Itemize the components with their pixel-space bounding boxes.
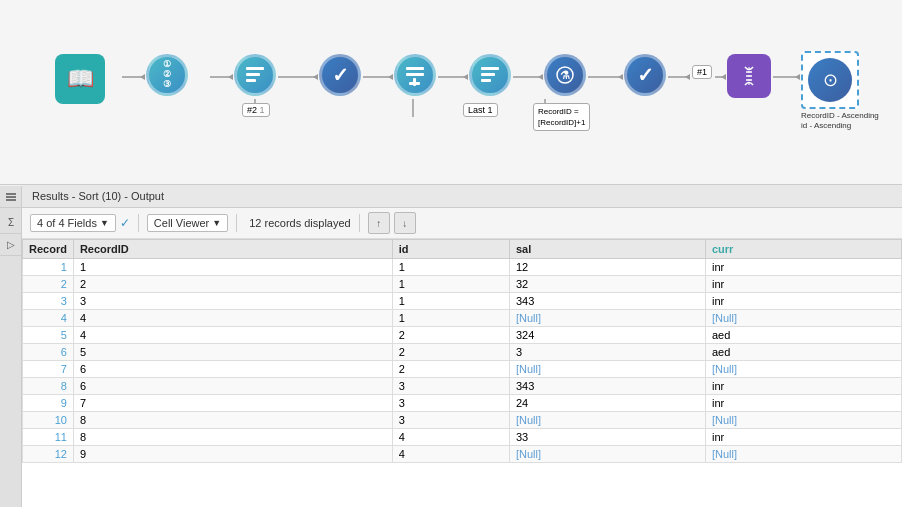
cell-curr: inr xyxy=(705,378,901,395)
cell-curr: aed xyxy=(705,344,901,361)
node-append[interactable] xyxy=(394,54,436,96)
cell-curr: inr xyxy=(705,395,901,412)
formula-badge: RecordID =[RecordID]+1 xyxy=(533,103,590,131)
badge-hash1: #1 xyxy=(692,65,712,79)
table-row: 22132inr xyxy=(23,276,902,293)
cell-curr: inr xyxy=(705,293,901,310)
toolbar-divider-1 xyxy=(138,214,139,232)
check1-icon: ✓ xyxy=(319,54,361,96)
cell-id: 1 xyxy=(392,259,509,276)
cell-recordid: 9 xyxy=(73,446,392,463)
cell-curr: inr xyxy=(705,429,901,446)
cell-curr: [Null] xyxy=(705,412,901,429)
svg-rect-30 xyxy=(481,67,499,70)
toolbar-divider-3 xyxy=(359,214,360,232)
sidebar-sigma-icon[interactable]: Σ xyxy=(0,212,22,234)
node-sort[interactable]: ⊙ RecordID - Ascendingid - Ascending xyxy=(801,51,879,132)
badge-last1: Last 1 xyxy=(463,103,498,117)
cell-sal: 24 xyxy=(509,395,705,412)
cell-id: 1 xyxy=(392,310,509,327)
cell-curr: aed xyxy=(705,327,901,344)
node-book[interactable]: 📖 xyxy=(55,54,105,104)
check2-icon: ✓ xyxy=(624,54,666,96)
table-row: 97324inr xyxy=(23,395,902,412)
cell-record: 6 xyxy=(23,344,74,361)
results-header: Results - Sort (10) - Output xyxy=(22,185,902,208)
node-check2[interactable]: ✓ xyxy=(624,54,666,96)
fields-dropdown-button[interactable]: 4 of 4 Fields ▼ xyxy=(30,214,116,232)
cell-id: 2 xyxy=(392,344,509,361)
fields-label: 4 of 4 Fields xyxy=(37,217,97,229)
node-select2[interactable] xyxy=(469,54,511,96)
workflow-canvas: 📖 ①②③ ✓ ⚗ ✓ #1 xyxy=(0,0,902,185)
data-table-wrap: Record RecordID id sal curr 11112inr2213… xyxy=(22,239,902,507)
node-formula[interactable]: ⚗ xyxy=(544,54,586,96)
cell-record: 1 xyxy=(23,259,74,276)
scroll-up-button[interactable]: ↑ xyxy=(368,212,390,234)
cell-curr: [Null] xyxy=(705,361,901,378)
cell-record: 11 xyxy=(23,429,74,446)
cell-id: 4 xyxy=(392,446,509,463)
sort-label: RecordID - Ascendingid - Ascending xyxy=(801,111,879,132)
cell-id: 2 xyxy=(392,327,509,344)
scroll-down-button[interactable]: ↓ xyxy=(394,212,416,234)
results-title: Results - Sort (10) - Output xyxy=(32,190,164,202)
numbers-icon: ①②③ xyxy=(146,54,188,96)
cell-sal: 343 xyxy=(509,378,705,395)
cell-recordid: 8 xyxy=(73,429,392,446)
svg-marker-22 xyxy=(795,74,800,80)
col-header-recordid: RecordID xyxy=(73,240,392,259)
cell-sal: [Null] xyxy=(509,446,705,463)
svg-marker-14 xyxy=(228,74,233,80)
book-node-icon: 📖 xyxy=(55,54,105,104)
svg-text:⚗: ⚗ xyxy=(560,69,570,81)
cell-recordid: 4 xyxy=(73,327,392,344)
table-row: 762[Null][Null] xyxy=(23,361,902,378)
svg-rect-25 xyxy=(246,79,256,82)
col-header-record: Record xyxy=(23,240,74,259)
node-numbers[interactable]: ①②③ xyxy=(146,54,188,96)
cell-id: 3 xyxy=(392,395,509,412)
cell-sal: 12 xyxy=(509,259,705,276)
cell-recordid: 3 xyxy=(73,293,392,310)
sidebar-arrow-icon[interactable]: ▷ xyxy=(0,234,22,256)
cell-recordid: 8 xyxy=(73,412,392,429)
cell-recordid: 2 xyxy=(73,276,392,293)
svg-rect-27 xyxy=(406,73,424,76)
cell-sal: [Null] xyxy=(509,361,705,378)
cell-viewer-button[interactable]: Cell Viewer ▼ xyxy=(147,214,228,232)
chevron-down-icon: ▼ xyxy=(100,218,109,228)
cell-curr: inr xyxy=(705,276,901,293)
svg-marker-17 xyxy=(463,74,468,80)
cell-record: 7 xyxy=(23,361,74,378)
formula-icon: ⚗ xyxy=(544,54,586,96)
sort-box: ⊙ xyxy=(801,51,859,109)
table-row: 1294[Null][Null] xyxy=(23,446,902,463)
cell-sal: 324 xyxy=(509,327,705,344)
cell-id: 1 xyxy=(392,276,509,293)
node-dna[interactable] xyxy=(727,54,771,98)
node-select1[interactable] xyxy=(234,54,276,96)
table-row: 6523aed xyxy=(23,344,902,361)
toolbar: 4 of 4 Fields ▼ ✓ Cell Viewer ▼ 12 recor… xyxy=(22,208,902,239)
badge-hash2: #2 1 xyxy=(242,103,270,117)
col-header-id: id xyxy=(392,240,509,259)
svg-marker-19 xyxy=(618,74,623,80)
node-check1[interactable]: ✓ xyxy=(319,54,361,96)
cell-viewer-label: Cell Viewer xyxy=(154,217,209,229)
select1-icon xyxy=(234,54,276,96)
svg-marker-21 xyxy=(721,74,726,80)
svg-rect-31 xyxy=(481,73,495,76)
cell-record: 9 xyxy=(23,395,74,412)
svg-marker-16 xyxy=(388,74,393,80)
svg-marker-15 xyxy=(313,74,318,80)
cell-curr: [Null] xyxy=(705,446,901,463)
cell-curr: [Null] xyxy=(705,310,901,327)
col-header-curr: curr xyxy=(705,240,901,259)
cell-sal: 3 xyxy=(509,344,705,361)
cell-record: 8 xyxy=(23,378,74,395)
cell-recordid: 5 xyxy=(73,344,392,361)
cell-recordid: 6 xyxy=(73,361,392,378)
sidebar-lines-icon[interactable] xyxy=(0,186,22,208)
col-header-sal: sal xyxy=(509,240,705,259)
